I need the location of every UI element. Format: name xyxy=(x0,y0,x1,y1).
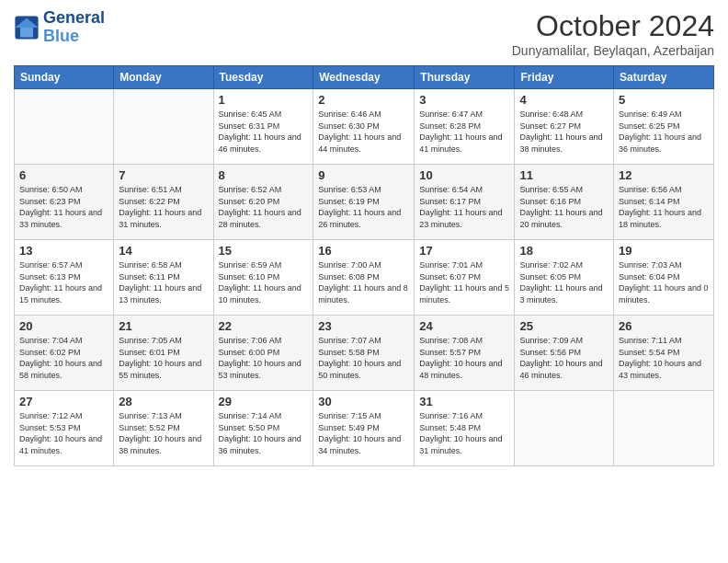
day-number: 21 xyxy=(119,319,208,333)
day-detail: Sunrise: 7:06 AM Sunset: 6:00 PM Dayligh… xyxy=(219,335,309,381)
calendar-day-cell: 9Sunrise: 6:53 AM Sunset: 6:19 PM Daylig… xyxy=(313,165,415,240)
day-detail: Sunrise: 6:46 AM Sunset: 6:30 PM Dayligh… xyxy=(318,109,409,155)
calendar-header-row: SundayMondayTuesdayWednesdayThursdayFrid… xyxy=(15,66,714,89)
calendar-day-cell: 28Sunrise: 7:13 AM Sunset: 5:52 PM Dayli… xyxy=(114,391,213,466)
calendar-header-cell: Friday xyxy=(515,66,614,89)
calendar-day-cell: 14Sunrise: 6:58 AM Sunset: 6:11 PM Dayli… xyxy=(114,240,213,316)
day-detail: Sunrise: 7:14 AM Sunset: 5:50 PM Dayligh… xyxy=(219,410,309,456)
calendar-week-row: 20Sunrise: 7:04 AM Sunset: 6:02 PM Dayli… xyxy=(15,316,714,391)
calendar-day-cell: 29Sunrise: 7:14 AM Sunset: 5:50 PM Dayli… xyxy=(213,391,313,466)
calendar-header-cell: Wednesday xyxy=(313,66,415,89)
calendar-day-cell: 7Sunrise: 6:51 AM Sunset: 6:22 PM Daylig… xyxy=(114,165,213,240)
calendar-week-row: 13Sunrise: 6:57 AM Sunset: 6:13 PM Dayli… xyxy=(15,240,714,316)
day-detail: Sunrise: 6:48 AM Sunset: 6:27 PM Dayligh… xyxy=(519,109,609,155)
day-number: 1 xyxy=(219,93,309,107)
day-number: 14 xyxy=(119,244,208,258)
calendar-day-cell: 5Sunrise: 6:49 AM Sunset: 6:25 PM Daylig… xyxy=(614,89,714,165)
day-detail: Sunrise: 7:11 AM Sunset: 5:54 PM Dayligh… xyxy=(619,335,709,381)
calendar-day-cell: 11Sunrise: 6:55 AM Sunset: 6:16 PM Dayli… xyxy=(515,165,614,240)
page: General Blue October 2024 Dunyamalilar, … xyxy=(0,0,728,563)
calendar-week-row: 1Sunrise: 6:45 AM Sunset: 6:31 PM Daylig… xyxy=(15,89,714,165)
day-number: 11 xyxy=(519,168,609,182)
calendar-header-cell: Thursday xyxy=(415,66,515,89)
day-detail: Sunrise: 6:55 AM Sunset: 6:16 PM Dayligh… xyxy=(519,184,609,230)
calendar-day-cell xyxy=(515,391,614,466)
day-number: 25 xyxy=(519,319,609,333)
logo-line1: General xyxy=(43,9,105,28)
calendar-day-cell: 27Sunrise: 7:12 AM Sunset: 5:53 PM Dayli… xyxy=(15,391,114,466)
day-number: 9 xyxy=(318,168,409,182)
logo-text: General Blue xyxy=(43,9,105,46)
calendar-header-cell: Sunday xyxy=(15,66,114,89)
logo-icon xyxy=(14,15,40,40)
day-detail: Sunrise: 6:57 AM Sunset: 6:13 PM Dayligh… xyxy=(19,259,108,305)
day-number: 31 xyxy=(419,395,509,408)
calendar-day-cell: 4Sunrise: 6:48 AM Sunset: 6:27 PM Daylig… xyxy=(515,89,614,165)
day-number: 5 xyxy=(619,93,709,107)
day-detail: Sunrise: 6:53 AM Sunset: 6:19 PM Dayligh… xyxy=(318,184,409,230)
day-detail: Sunrise: 7:00 AM Sunset: 6:08 PM Dayligh… xyxy=(318,259,409,305)
calendar-day-cell: 26Sunrise: 7:11 AM Sunset: 5:54 PM Dayli… xyxy=(614,316,714,391)
day-number: 7 xyxy=(119,168,208,182)
location: Dunyamalilar, Beylaqan, Azerbaijan xyxy=(512,43,714,58)
calendar-day-cell: 24Sunrise: 7:08 AM Sunset: 5:57 PM Dayli… xyxy=(415,316,515,391)
calendar-day-cell xyxy=(15,89,114,165)
calendar-header-cell: Saturday xyxy=(614,66,714,89)
day-number: 23 xyxy=(318,319,409,333)
calendar-day-cell xyxy=(614,391,714,466)
day-detail: Sunrise: 7:03 AM Sunset: 6:04 PM Dayligh… xyxy=(619,259,709,305)
calendar-day-cell: 15Sunrise: 6:59 AM Sunset: 6:10 PM Dayli… xyxy=(213,240,313,316)
day-number: 8 xyxy=(219,168,309,182)
day-detail: Sunrise: 7:07 AM Sunset: 5:58 PM Dayligh… xyxy=(318,335,409,381)
day-number: 30 xyxy=(318,395,409,408)
calendar-day-cell: 16Sunrise: 7:00 AM Sunset: 6:08 PM Dayli… xyxy=(313,240,415,316)
day-detail: Sunrise: 6:56 AM Sunset: 6:14 PM Dayligh… xyxy=(619,184,709,230)
day-number: 12 xyxy=(619,168,709,182)
day-detail: Sunrise: 6:50 AM Sunset: 6:23 PM Dayligh… xyxy=(19,184,108,230)
day-detail: Sunrise: 7:02 AM Sunset: 6:05 PM Dayligh… xyxy=(519,259,609,305)
calendar-day-cell: 22Sunrise: 7:06 AM Sunset: 6:00 PM Dayli… xyxy=(213,316,313,391)
calendar-day-cell: 18Sunrise: 7:02 AM Sunset: 6:05 PM Dayli… xyxy=(515,240,614,316)
day-number: 4 xyxy=(519,93,609,107)
title-block: October 2024 Dunyamalilar, Beylaqan, Aze… xyxy=(512,9,714,58)
day-number: 29 xyxy=(219,395,309,408)
day-number: 27 xyxy=(19,395,108,408)
month-title: October 2024 xyxy=(512,9,714,43)
day-number: 24 xyxy=(419,319,509,333)
calendar-day-cell: 19Sunrise: 7:03 AM Sunset: 6:04 PM Dayli… xyxy=(614,240,714,316)
header: General Blue October 2024 Dunyamalilar, … xyxy=(14,9,714,58)
day-number: 22 xyxy=(219,319,309,333)
day-number: 17 xyxy=(419,244,509,258)
calendar-header-cell: Monday xyxy=(114,66,213,89)
calendar-day-cell: 2Sunrise: 6:46 AM Sunset: 6:30 PM Daylig… xyxy=(313,89,415,165)
calendar-day-cell: 12Sunrise: 6:56 AM Sunset: 6:14 PM Dayli… xyxy=(614,165,714,240)
day-number: 16 xyxy=(318,244,409,258)
day-number: 18 xyxy=(519,244,609,258)
calendar: SundayMondayTuesdayWednesdayThursdayFrid… xyxy=(14,65,714,466)
day-number: 15 xyxy=(219,244,309,258)
calendar-day-cell: 23Sunrise: 7:07 AM Sunset: 5:58 PM Dayli… xyxy=(313,316,415,391)
calendar-day-cell: 6Sunrise: 6:50 AM Sunset: 6:23 PM Daylig… xyxy=(15,165,114,240)
day-detail: Sunrise: 7:16 AM Sunset: 5:48 PM Dayligh… xyxy=(419,410,509,456)
calendar-week-row: 27Sunrise: 7:12 AM Sunset: 5:53 PM Dayli… xyxy=(15,391,714,466)
day-number: 19 xyxy=(619,244,709,258)
day-detail: Sunrise: 7:15 AM Sunset: 5:49 PM Dayligh… xyxy=(318,410,409,456)
calendar-day-cell: 1Sunrise: 6:45 AM Sunset: 6:31 PM Daylig… xyxy=(213,89,313,165)
calendar-day-cell: 13Sunrise: 6:57 AM Sunset: 6:13 PM Dayli… xyxy=(15,240,114,316)
calendar-day-cell: 21Sunrise: 7:05 AM Sunset: 6:01 PM Dayli… xyxy=(114,316,213,391)
day-detail: Sunrise: 6:51 AM Sunset: 6:22 PM Dayligh… xyxy=(119,184,208,230)
calendar-day-cell: 31Sunrise: 7:16 AM Sunset: 5:48 PM Dayli… xyxy=(415,391,515,466)
calendar-day-cell xyxy=(114,89,213,165)
day-detail: Sunrise: 7:01 AM Sunset: 6:07 PM Dayligh… xyxy=(419,259,509,305)
day-number: 28 xyxy=(119,395,208,408)
day-detail: Sunrise: 7:05 AM Sunset: 6:01 PM Dayligh… xyxy=(119,335,208,381)
day-detail: Sunrise: 6:54 AM Sunset: 6:17 PM Dayligh… xyxy=(419,184,509,230)
calendar-day-cell: 3Sunrise: 6:47 AM Sunset: 6:28 PM Daylig… xyxy=(415,89,515,165)
day-detail: Sunrise: 6:58 AM Sunset: 6:11 PM Dayligh… xyxy=(119,259,208,305)
day-number: 6 xyxy=(19,168,108,182)
day-detail: Sunrise: 7:08 AM Sunset: 5:57 PM Dayligh… xyxy=(419,335,509,381)
day-number: 26 xyxy=(619,319,709,333)
day-detail: Sunrise: 6:52 AM Sunset: 6:20 PM Dayligh… xyxy=(219,184,309,230)
calendar-header-cell: Tuesday xyxy=(213,66,313,89)
day-detail: Sunrise: 7:12 AM Sunset: 5:53 PM Dayligh… xyxy=(19,410,108,456)
